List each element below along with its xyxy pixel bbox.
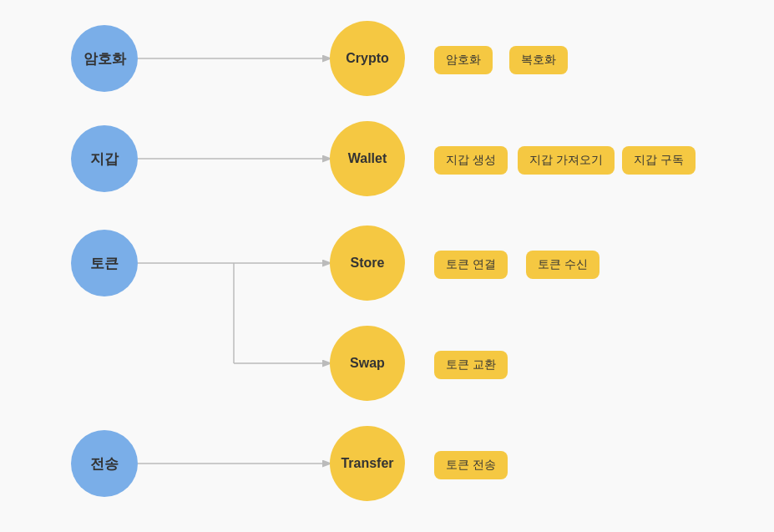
blue-label-crypto: 암호화 [83,49,126,68]
blue-label-token: 토큰 [90,254,119,273]
yellow-label-swap: Swap [350,356,385,371]
yellow-circle-crypto: Crypto [330,21,405,96]
diagram: 암호화 Crypto 암호화 복호화 지갑 Wallet 지갑 생성 지갑 가져… [0,0,774,532]
yellow-circle-wallet: Wallet [330,121,405,196]
tag-decrypt: 복호화 [509,46,568,74]
tag-token-receive: 토큰 수신 [526,251,599,279]
blue-label-wallet: 지갑 [90,149,119,169]
yellow-label-wallet: Wallet [348,151,387,166]
yellow-label-store: Store [351,256,385,271]
tag-encrypt: 암호화 [434,46,493,74]
yellow-label-transfer: Transfer [341,456,393,471]
yellow-circle-swap: Swap [330,326,405,401]
yellow-circle-transfer: Transfer [330,426,405,501]
tag-wallet-subscribe: 지갑 구독 [622,146,696,175]
tag-token-connect: 토큰 연결 [434,251,508,279]
yellow-label-crypto: Crypto [346,51,389,66]
tag-wallet-create: 지갑 생성 [434,146,508,175]
blue-circle-transfer: 전송 [71,430,138,497]
blue-circle-crypto: 암호화 [71,25,138,92]
blue-circle-token: 토큰 [71,230,138,296]
tag-token-send: 토큰 전송 [434,451,508,479]
blue-label-transfer: 전송 [90,454,119,474]
yellow-circle-store: Store [330,225,405,301]
tag-token-swap: 토큰 교환 [434,351,508,379]
blue-circle-wallet: 지갑 [71,125,138,192]
tag-wallet-import: 지갑 가져오기 [518,146,615,175]
